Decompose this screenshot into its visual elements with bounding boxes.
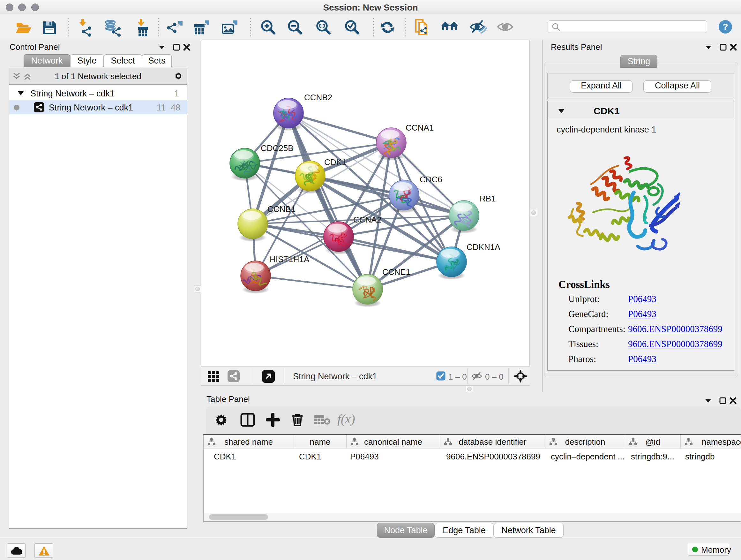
save-session-icon[interactable] [40, 18, 59, 37]
tab-edge-table[interactable]: Edge Table [434, 523, 494, 538]
control-panel-float-icon[interactable] [158, 43, 166, 51]
network-canvas[interactable]: CCNB2CCNA1CDC25BCDK1CDC6RB1CCNB1CCNA2CDK… [201, 40, 530, 366]
tab-select[interactable]: Select [104, 54, 142, 67]
graph-node-HIST1H1A[interactable] [241, 261, 271, 294]
show-all-icon[interactable] [496, 18, 515, 37]
column-tree-icon [350, 438, 359, 446]
application-window: Session: New Session ? Control Panel Net… [0, 0, 741, 560]
crosslink-link[interactable]: 9606.ENSP00000378699 [628, 339, 723, 349]
export-image-icon[interactable] [220, 18, 239, 37]
crosslink-link[interactable]: P06493 [628, 354, 657, 364]
import-network-database-icon[interactable] [104, 18, 122, 37]
network-options-gear-icon[interactable] [174, 71, 183, 81]
annotation-copy-icon[interactable] [413, 18, 432, 37]
graph-node-CCNA1[interactable] [376, 128, 406, 161]
table-panel-maximize-icon[interactable] [719, 396, 727, 405]
column-header-name[interactable]: name [294, 435, 347, 449]
refresh-icon[interactable] [379, 18, 397, 37]
table-panel-float-icon[interactable] [704, 396, 712, 405]
right-splitter-handle[interactable] [530, 209, 537, 216]
left-splitter-handle[interactable] [194, 286, 201, 293]
graph-node-CCNB1[interactable] [238, 209, 268, 242]
results-panel-maximize-icon[interactable] [719, 43, 727, 51]
graph-node-CDK1[interactable] [295, 161, 325, 194]
control-panel-maximize-icon[interactable] [172, 43, 181, 51]
bottom-splitter-handle[interactable] [466, 385, 473, 392]
graph-node-label-CDC6: CDC6 [420, 175, 442, 184]
table-row[interactable]: CDK1CDK1P064939606.ENSP00000378699cyclin… [204, 450, 741, 463]
collapse-section-icon[interactable] [557, 108, 565, 115]
graph-node-CCNE1[interactable] [353, 274, 383, 307]
tab-network-table[interactable]: Network Table [494, 523, 563, 538]
graph-node-RB1[interactable] [449, 200, 479, 233]
import-network-file-icon[interactable] [75, 18, 93, 37]
results-section-header[interactable]: CDK1 [548, 101, 734, 120]
tab-style[interactable]: Style [70, 54, 104, 67]
column-header-shared-name[interactable]: shared name [204, 435, 294, 449]
export-table-icon[interactable] [192, 18, 211, 37]
results-panel-float-icon[interactable] [704, 43, 713, 51]
crosslink-link[interactable]: 9606.ENSP00000378699 [628, 324, 723, 334]
graph-node-label-CDKN1A: CDKN1A [467, 242, 500, 252]
crosslink-link[interactable]: P06493 [628, 294, 657, 304]
crosslink-label: Compartments: [568, 324, 625, 334]
warnings-button[interactable] [35, 543, 53, 558]
network-collection-row[interactable]: String Network – cdk1 1 [9, 86, 187, 100]
tab-sets[interactable]: Sets [142, 54, 172, 67]
tab-network[interactable]: Network [23, 54, 70, 67]
tab-node-table[interactable]: Node Table [377, 523, 434, 538]
export-network-icon[interactable] [165, 18, 184, 37]
graph-node-CDKN1A[interactable] [436, 247, 467, 280]
memory-button[interactable]: Memory [688, 543, 729, 556]
delete-column-trash-icon[interactable] [291, 413, 304, 427]
cloud-status-button[interactable] [7, 543, 25, 558]
expand-all-button[interactable]: Expand All [570, 80, 632, 92]
function-builder-icon[interactable]: f(x) [337, 412, 355, 427]
help-button[interactable]: ? [719, 20, 732, 34]
table-horizontal-scrollbar[interactable] [204, 513, 741, 521]
crosslink-link[interactable]: P06493 [628, 309, 657, 319]
crosslinks-section: CrossLinks Uniprot:P06493GeneCard:P06493… [558, 279, 610, 369]
zoom-out-icon[interactable] [286, 18, 304, 37]
column-header-database-identifier[interactable]: database identifier [440, 435, 545, 449]
zoom-selected-icon[interactable] [343, 18, 361, 37]
table-cell: cyclin–dependent ... [545, 450, 625, 463]
control-panel: Control Panel NetworkStyleSelectSets 1 o… [0, 40, 189, 538]
graph-node-label-CDC25B: CDC25B [261, 143, 293, 153]
network-share-badge-icon[interactable] [227, 370, 240, 382]
network-view-title: String Network – cdk1 [293, 372, 377, 381]
network-selection-label: 1 of 1 Network selected [9, 71, 187, 81]
network-row[interactable]: String Network – cdk1 11 48 [9, 100, 187, 114]
results-panel-close-icon[interactable] [729, 43, 738, 51]
results-tab-string[interactable]: String [620, 55, 657, 68]
collapse-all-button[interactable]: Collapse All [643, 80, 711, 92]
hide-selected-icon[interactable] [469, 18, 488, 37]
column-header-canonical-name[interactable]: canonical name [347, 435, 440, 449]
open-in-new-window-icon[interactable] [262, 370, 275, 383]
zoom-fit-icon[interactable] [314, 18, 333, 37]
graph-node-CCNA2[interactable] [324, 222, 354, 254]
import-table-icon[interactable] [133, 18, 151, 37]
column-header-namespace[interactable]: namespace [681, 435, 741, 449]
graph-node-label-CCNB2: CCNB2 [304, 92, 332, 102]
selected-checkbox-icon[interactable] [436, 371, 446, 381]
split-columns-icon[interactable] [240, 413, 255, 427]
results-panel: Results Panel String Expand All Collapse… [542, 40, 741, 392]
column-header--id[interactable]: @id [625, 435, 681, 449]
table-panel-close-icon[interactable] [729, 396, 737, 405]
search-input[interactable] [548, 20, 707, 33]
scrollbar-thumb[interactable] [209, 514, 268, 520]
table-options-gear-icon[interactable] [214, 413, 228, 427]
column-header-description[interactable]: description [545, 435, 625, 449]
center-view-crosshair-icon[interactable] [514, 370, 527, 382]
graph-node-CDC25B[interactable] [230, 148, 260, 181]
first-neighbors-icon[interactable] [441, 18, 459, 37]
graph-node-CDC6[interactable] [389, 180, 419, 213]
zoom-in-icon[interactable] [259, 18, 277, 37]
open-session-icon[interactable] [15, 18, 33, 37]
birdseye-grid-icon[interactable] [207, 370, 220, 382]
graph-node-CCNB2[interactable] [273, 98, 304, 131]
column-tree-icon [444, 438, 452, 446]
add-column-icon[interactable] [266, 413, 280, 427]
control-panel-close-icon[interactable] [183, 43, 191, 51]
